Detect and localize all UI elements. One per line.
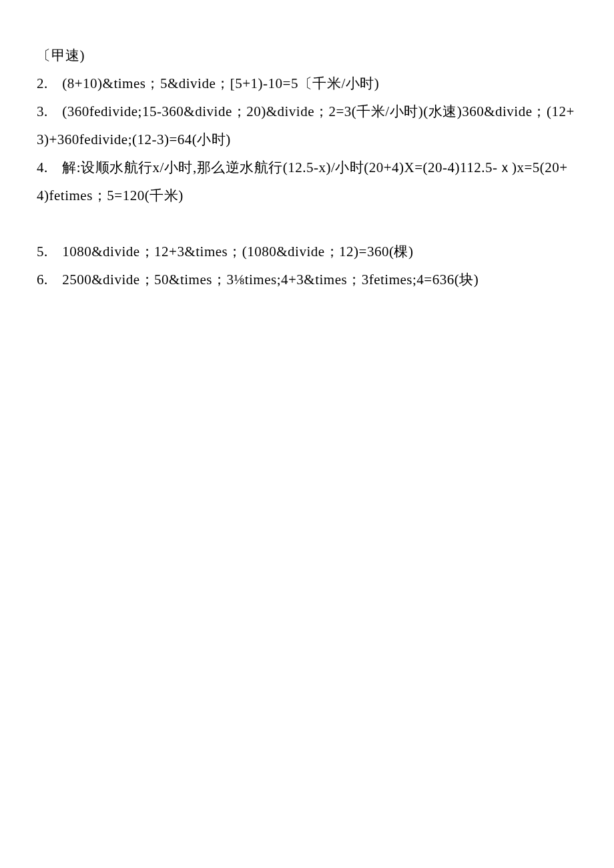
line-5: 5. 1080&divide；12+3&times；(1080&divide；1… [37, 238, 577, 266]
line-4: 4. 解:设顺水航行x/小时,那么逆水航行(12.5-x)/小时(20+4)X=… [37, 153, 577, 209]
document-body: 〔甲速) 2. (8+10)&times；5&divide；[5+1)-10=5… [37, 41, 577, 294]
line-2: 2. (8+10)&times；5&divide；[5+1)-10=5〔千米/小… [37, 69, 577, 97]
line-1: 〔甲速) [37, 41, 577, 69]
line-6: 6. 2500&divide；50&times；3⅛times;4+3&time… [37, 266, 577, 294]
line-3: 3. (360fedivide;15-360&divide；20)&divide… [37, 97, 577, 153]
